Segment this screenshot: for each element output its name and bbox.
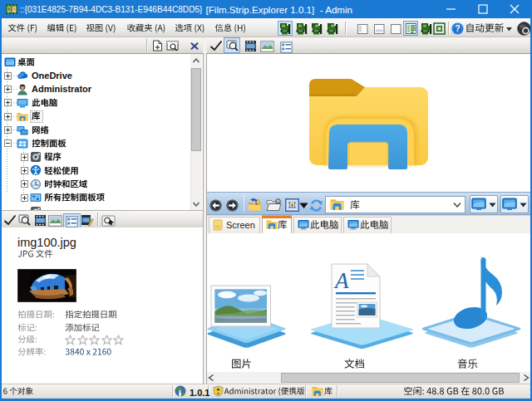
- svg-text:?: ?: [455, 23, 460, 33]
- svg-text:A: A: [333, 268, 349, 293]
